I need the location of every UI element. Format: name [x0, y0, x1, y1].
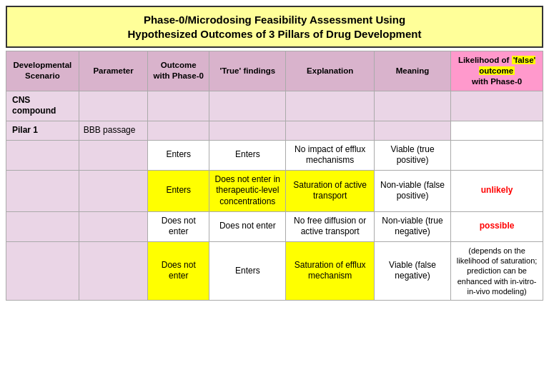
table-row: CNS compound: [6, 91, 543, 121]
r6-true: Enters: [209, 241, 286, 300]
r5-explanation: No free diffusion or active transport: [286, 211, 374, 241]
header-explanation: Explanation: [286, 51, 374, 91]
title-line2: Hypothesized Outcomes of 3 Pillars of Dr…: [128, 28, 422, 40]
table-row: Enters Enters No impact of efflux mechan…: [6, 140, 543, 170]
pilar1-explanation: [286, 121, 374, 141]
r4-dev: [6, 170, 79, 211]
table-row: Pilar 1 BBB passage: [6, 121, 543, 141]
cns-meaning: [374, 91, 450, 121]
assessment-table: Developmental Scenario Parameter Outcome…: [6, 51, 543, 301]
header-likelihood: Likelihood of 'false' outcomewith Phase-…: [451, 51, 543, 91]
pilar1-true: [209, 121, 286, 141]
r6-explanation: Saturation of efflux mechanism: [286, 241, 374, 300]
table-row: Does not enter Enters Saturation of effl…: [6, 241, 543, 300]
r6-dev: [6, 241, 79, 300]
r3-param: [79, 140, 148, 170]
cns-param: [79, 91, 148, 121]
r3-true: Enters: [209, 140, 286, 170]
header-dev-scenario: Developmental Scenario: [6, 51, 79, 91]
pilar1-param: BBB passage: [79, 121, 148, 141]
r6-param: [79, 241, 148, 300]
r3-explanation: No impact of efflux mechanisms: [286, 140, 374, 170]
r6-outcome: Does not enter: [148, 241, 209, 300]
title-line1: Phase-0/Microdosing Feasibility Assessme…: [144, 14, 405, 26]
pilar1-likelihood: [451, 121, 543, 141]
cns-outcome: [148, 91, 209, 121]
r6-meaning: Viable (false negative): [374, 241, 450, 300]
table-row: Does not enter Does not enter No free di…: [6, 211, 543, 241]
possible-label: possible: [480, 221, 515, 231]
r5-true: Does not enter: [209, 211, 286, 241]
page-title: Phase-0/Microdosing Feasibility Assessme…: [6, 6, 543, 48]
r3-meaning: Viable (true positive): [374, 140, 450, 170]
r3-likelihood: [451, 140, 543, 170]
header-meaning: Meaning: [374, 51, 450, 91]
header-outcome: Outcome with Phase-0: [148, 51, 209, 91]
r4-meaning: Non-viable (false positive): [374, 170, 450, 211]
pilar1-meaning: [374, 121, 450, 141]
r3-dev: [6, 140, 79, 170]
r5-dev: [6, 211, 79, 241]
unlikely-label: unlikely: [481, 185, 513, 195]
cns-label: CNS compound: [6, 91, 79, 121]
header-parameter: Parameter: [79, 51, 148, 91]
pilar1-outcome: [148, 121, 209, 141]
r6-likelihood: (depends on the likelihood of saturation…: [451, 241, 543, 300]
r5-meaning: Non-viable (true negative): [374, 211, 450, 241]
page-wrapper: Phase-0/Microdosing Feasibility Assessme…: [0, 0, 549, 306]
cns-likelihood: [451, 91, 543, 121]
r3-outcome: Enters: [148, 140, 209, 170]
r5-outcome: Does not enter: [148, 211, 209, 241]
r4-param: [79, 170, 148, 211]
r4-outcome: Enters: [148, 170, 209, 211]
header-true-findings: 'True' findings: [209, 51, 286, 91]
r4-true: Does not enter in therapeutic-level conc…: [209, 170, 286, 211]
r5-likelihood: possible: [451, 211, 543, 241]
table-row: Enters Does not enter in therapeutic-lev…: [6, 170, 543, 211]
pilar1-label: Pilar 1: [6, 121, 79, 141]
r4-likelihood: unlikely: [451, 170, 543, 211]
cns-explanation: [286, 91, 374, 121]
r5-param: [79, 211, 148, 241]
cns-true: [209, 91, 286, 121]
r4-explanation: Saturation of active transport: [286, 170, 374, 211]
